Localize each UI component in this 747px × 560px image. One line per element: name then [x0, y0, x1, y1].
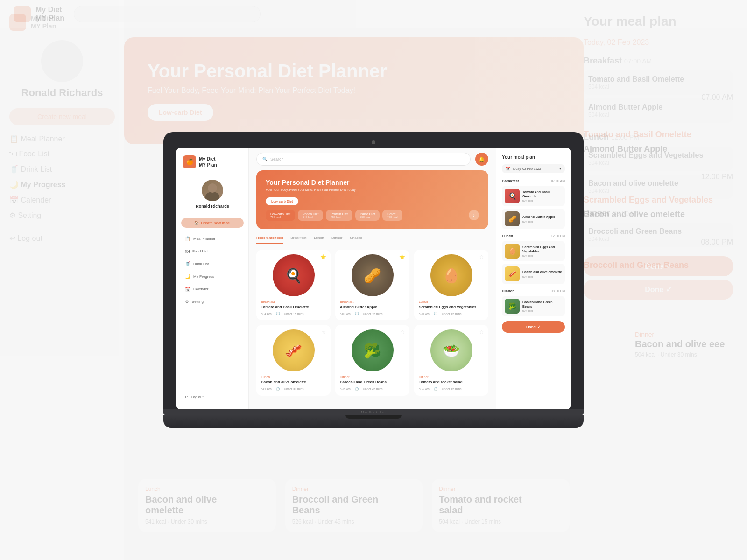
- tab-dinner[interactable]: Dinner: [331, 236, 343, 244]
- banner-title: Your Personal Diet Planner: [266, 179, 479, 186]
- meal-plan-panel: Your meal plan 📅 Today, 02 Feb 2023 ▾ Br…: [496, 148, 571, 409]
- bg-sidebar: My Diet MY Plan Ronald Richards Create n…: [0, 0, 124, 560]
- meal-plan-item-bacon[interactable]: 🥓 Bacon and olive omelette 504 kcal: [502, 264, 565, 284]
- username-label: Ronald Richards: [196, 204, 229, 209]
- bg-time-labels: 07.00 AM Tomato and Basil Omelette Almon…: [570, 93, 747, 309]
- food-card-rocket-salad[interactable]: 🥗 ☆ Dinner Tomato and rocket salad 504 k…: [414, 325, 488, 395]
- search-icon: 🔍: [262, 157, 268, 161]
- plan-item-content: Almond Butter Apple 504 kcal: [522, 215, 555, 223]
- meal-planner-icon: 📋: [185, 236, 190, 241]
- food-card-scrambled-eggs[interactable]: 🥚 ☆ Lunch Scrambled Eggs and Vegetables …: [414, 250, 488, 320]
- tab-recommended[interactable]: Recommended: [256, 236, 283, 244]
- time-label-4: Under 30 mins: [284, 387, 303, 391]
- progress-icon: 🌙: [185, 274, 190, 279]
- app-sidebar: 🍊 My Diet MY Plan Ronald Richards 🏠 Crea…: [176, 148, 249, 409]
- logout-button[interactable]: ↩ Log out: [181, 392, 244, 402]
- kcal-label-5: 526 kcal: [340, 387, 351, 391]
- meal-plan-item-tomato[interactable]: 🍳 Tomato and Basil Omelette 504 kcal: [502, 186, 565, 206]
- food-name-4: Bacon and olive omelette: [261, 380, 326, 385]
- favorite-button-3[interactable]: ☆: [479, 254, 484, 259]
- diet-planner-banner: Your Personal Diet Planner Fuel Your Bod…: [256, 170, 488, 229]
- chips-next-button[interactable]: ›: [469, 210, 479, 220]
- category-tabs: Recommended Breakfast Lunch Dinner Snack…: [256, 236, 488, 244]
- food-name-6: Tomato and rocket salad: [419, 380, 484, 385]
- done-button[interactable]: Done ✓: [502, 321, 565, 333]
- meal-type-label-4: Lunch: [261, 375, 326, 378]
- notification-button[interactable]: 🔔: [475, 153, 488, 166]
- date-picker[interactable]: 📅 Today, 02 Feb 2023 ▾: [502, 164, 565, 173]
- time-label-2: Under 15 mins: [363, 312, 382, 315]
- banner-dots: ···: [475, 178, 481, 185]
- dinner-section-header: Dinner 08.00 PM: [502, 289, 565, 293]
- diet-chip-detox[interactable]: Detox 750 kcal: [382, 210, 402, 221]
- favorite-button-5[interactable]: ☆: [401, 329, 405, 335]
- search-bar[interactable]: 🔍 Search: [256, 153, 471, 166]
- meal-type-label-3: Lunch: [419, 300, 484, 303]
- food-card-bacon-olive[interactable]: 🥓 ☆ Lunch Bacon and olive omelette 541 k…: [256, 325, 331, 395]
- meal-plan-item-almond[interactable]: 🥜 Almond Butter Apple 504 kcal: [502, 209, 565, 229]
- drink-list-icon: 🥤: [185, 261, 190, 266]
- food-image-broccoli: 🥦: [352, 329, 394, 371]
- date-label: Today, 02 Feb 2023: [512, 167, 541, 170]
- avatar: [202, 180, 223, 201]
- chip-kcal: 750 kcal: [360, 216, 375, 218]
- main-scroll-area[interactable]: Your Personal Diet Planner Fuel Your Bod…: [249, 170, 496, 409]
- chip-kcal: 540 kcal: [303, 216, 318, 218]
- sidebar-item-setting[interactable]: ⚙ Setting: [181, 296, 244, 307]
- bg-bottom-cards: Lunch Bacon and oliveomelette 541 kcal ·…: [124, 479, 584, 532]
- time-label-5: Under 45 mins: [363, 387, 382, 391]
- clock-icon-6: 🕐: [434, 387, 438, 391]
- sidebar-item-food-list[interactable]: 🍽 Food List: [181, 246, 244, 257]
- tab-snacks[interactable]: Snacks: [350, 236, 362, 244]
- laptop: 🍊 My Diet MY Plan Ronald Richards 🏠 Crea…: [163, 132, 584, 428]
- plan-item-content: Tomato and Basil Omelette 504 kcal: [522, 190, 562, 202]
- food-meta-4: 541 kcal 🕐 Under 30 mins: [261, 387, 326, 391]
- sidebar-item-calender[interactable]: 📅 Calender: [181, 284, 244, 294]
- chip-kcal: 750 kcal: [270, 216, 290, 218]
- time-label-1: Under 15 mins: [284, 312, 303, 315]
- meal-plan-item-broccoli[interactable]: 🥦 Broccoli and Green Beans 504 kcal: [502, 296, 565, 316]
- food-card-tomato-omelette[interactable]: 🍳 ⭐ Breakfast Tomato and Basil Omelette …: [256, 250, 331, 320]
- favorite-button-6[interactable]: ☆: [479, 329, 484, 335]
- diet-chip-vegan[interactable]: Vegan Diet 540 kcal: [298, 210, 323, 221]
- plan-item-name: Bacon and olive omelette: [522, 270, 562, 274]
- favorite-button-1[interactable]: ⭐: [320, 254, 326, 259]
- home-icon: 🏠: [194, 221, 199, 225]
- plan-item-img-almond: 🥜: [505, 211, 520, 226]
- lunch-time: 12.00 PM: [551, 234, 565, 238]
- favorite-button-4[interactable]: ☆: [322, 329, 326, 335]
- chip-label: Vegan Diet: [303, 212, 318, 216]
- food-card-almond-butter[interactable]: 🥜 ⭐ Breakfast Almond Butter Apple 510 kc…: [335, 250, 409, 320]
- food-name-2: Almond Butter Apple: [340, 305, 405, 309]
- diet-chip-protein[interactable]: Protein Diet 750 kcal: [326, 210, 352, 221]
- kcal-label-6: 504 kcal: [419, 387, 430, 391]
- notification-icon: 🔔: [479, 156, 485, 162]
- favorite-button-2[interactable]: ⭐: [399, 254, 405, 259]
- sidebar-item-drink-list[interactable]: 🥤 Drink List: [181, 259, 244, 269]
- kcal-label-1: 504 kcal: [261, 312, 272, 315]
- app-main: 🔍 Search 🔔 Your Personal Diet Planner Fu…: [249, 148, 496, 409]
- tab-breakfast[interactable]: Breakfast: [290, 236, 306, 244]
- food-card-broccoli[interactable]: 🥦 ☆ Dinner Broccoli and Green Beans 526 …: [335, 325, 409, 395]
- banner-cta-button[interactable]: Low-carb Diet: [266, 197, 298, 205]
- diet-chip-lowcarb[interactable]: Low-carb Diet 750 kcal: [266, 210, 295, 221]
- create-new-meal-button[interactable]: 🏠 Create new meal: [181, 218, 244, 228]
- plan-item-name: Broccoli and Green Beans: [522, 300, 562, 308]
- plan-item-name: Almond Butter Apple: [522, 215, 555, 219]
- clock-icon-2: 🕐: [355, 312, 359, 315]
- diet-chip-paleo[interactable]: Paleo Diet 750 kcal: [355, 210, 380, 221]
- dinner-title: Dinner: [502, 289, 514, 293]
- laptop-screen: 🍊 My Diet MY Plan Ronald Richards 🏠 Crea…: [176, 148, 571, 409]
- sidebar-item-my-progress[interactable]: 🌙 My Progress: [181, 271, 244, 282]
- meal-plan-item-eggs[interactable]: 🥚 Scrambled Eggs and Vegetables 504 kcal: [502, 241, 565, 261]
- plan-item-img-bacon: 🥓: [505, 266, 520, 281]
- sidebar-item-meal-planner[interactable]: 📋 Meal Planner: [181, 233, 244, 244]
- food-image-butter: 🥜: [352, 254, 394, 296]
- bg-food-bacon-right: Dinner Bacon and olive eee 504 kcal · Un…: [635, 331, 742, 358]
- plan-item-kcal: 504 kcal: [522, 199, 562, 202]
- plan-item-content: Scrambled Eggs and Vegetables 504 kcal: [522, 245, 562, 257]
- app-avatar-area: Ronald Richards: [181, 176, 244, 212]
- food-name-3: Scrambled Eggs and Vegetables: [419, 305, 484, 309]
- tab-lunch[interactable]: Lunch: [314, 236, 324, 244]
- food-cards-grid: 🍳 ⭐ Breakfast Tomato and Basil Omelette …: [256, 250, 488, 396]
